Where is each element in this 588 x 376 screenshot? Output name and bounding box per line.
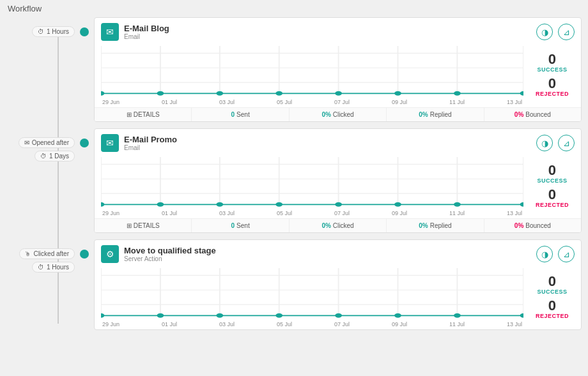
- click-icon: [25, 250, 31, 257]
- server-icon: ⚙: [101, 245, 119, 263]
- success-label: SUCCESS: [537, 66, 567, 73]
- clock-icon: [38, 28, 44, 35]
- success-number-2: 0: [537, 163, 567, 177]
- filter-button-3[interactable]: ⊿: [558, 246, 575, 262]
- chart-area-email-promo: 29 Jun 01 Jul 03 Jul 05 Jul 07 Jul 09 Ju…: [101, 157, 523, 214]
- rejected-stat-2: 0 REJECTED: [536, 188, 569, 208]
- card-actions-2: ◑ ⊿: [536, 135, 575, 151]
- card-actions-3: ◑ ⊿: [536, 246, 575, 262]
- step-circle-email-blog: [80, 27, 89, 36]
- chart-type-button-3[interactable]: ◑: [536, 246, 553, 262]
- step-left-move-stage: Clicked after 1 Hours: [6, 239, 80, 273]
- sent-value: 0: [231, 111, 235, 118]
- svg-point-17: [394, 91, 401, 96]
- footer-details-2[interactable]: DETAILS: [95, 219, 192, 232]
- clock-icon-3: [38, 264, 44, 271]
- email-icon-2: ✉: [101, 134, 119, 152]
- chart-area-email-blog: 29 Jun 01 Jul 03 Jul 05 Jul 07 Jul 09 Ju…: [101, 46, 523, 103]
- card-title: E-Mail Blog: [124, 24, 531, 33]
- rejected-stat-3: 0 REJECTED: [536, 299, 569, 319]
- card-title-3: Move to qualified stage: [124, 246, 531, 255]
- card-body-move-stage: 29 Jun 01 Jul 03 Jul 05 Jul 07 Jul 09 Ju…: [95, 268, 581, 329]
- card-footer-email-blog: DETAILS 0 Sent 0% Clicked 0% Replied: [95, 107, 581, 121]
- success-label-2: SUCCESS: [537, 177, 567, 184]
- svg-point-18: [454, 91, 461, 96]
- success-number: 0: [537, 52, 567, 66]
- card-email-blog: ✉ E-Mail Blog Email ◑ ⊿: [94, 17, 582, 122]
- card-footer-email-promo: DETAILS 0 Sent 0% Clicked 0% Replied: [95, 218, 581, 232]
- bounced-value-2: 0%: [514, 222, 523, 229]
- success-stat-2: 0 SUCCESS: [537, 163, 567, 184]
- card-header-email-blog: ✉ E-Mail Blog Email ◑ ⊿: [95, 18, 581, 46]
- card-title-2: E-Mail Promo: [124, 135, 531, 144]
- svg-point-32: [101, 202, 104, 207]
- open-icon: [24, 139, 29, 146]
- svg-point-19: [520, 91, 523, 96]
- filter-button[interactable]: ⊿: [558, 24, 575, 40]
- svg-point-58: [454, 313, 461, 318]
- stats-area-email-promo: 0 SUCCESS 0 REJECTED: [530, 163, 575, 208]
- footer-sent: 0 Sent: [192, 108, 289, 121]
- svg-point-35: [275, 202, 282, 207]
- svg-point-38: [454, 202, 461, 207]
- svg-point-16: [335, 91, 342, 96]
- rejected-number-3: 0: [536, 299, 569, 313]
- sent-value-2: 0: [231, 222, 235, 229]
- chart-labels-2: 29 Jun 01 Jul 03 Jul 05 Jul 07 Jul 09 Ju…: [101, 210, 523, 216]
- replied-value: 0%: [419, 111, 428, 118]
- svg-point-34: [216, 202, 223, 207]
- clock-icon-2: [40, 153, 47, 160]
- page-title: Workflow: [0, 0, 588, 17]
- card-title-area-3: Move to qualified stage Server Action: [124, 246, 531, 262]
- clicked-value: 0%: [321, 111, 330, 118]
- chart-svg-3: [101, 268, 523, 319]
- replied-value-2: 0%: [419, 222, 428, 229]
- card-body-email-blog: 29 Jun 01 Jul 03 Jul 05 Jul 07 Jul 09 Ju…: [95, 46, 581, 107]
- rejected-number-2: 0: [536, 188, 569, 202]
- email-icon: ✉: [101, 23, 119, 41]
- bounced-value: 0%: [514, 111, 523, 118]
- filter-button-2[interactable]: ⊿: [558, 135, 575, 151]
- footer-bounced: 0% Bounced: [484, 108, 581, 121]
- footer-clicked: 0% Clicked: [290, 108, 387, 121]
- rejected-number: 0: [536, 77, 569, 91]
- svg-point-52: [101, 313, 104, 318]
- step-badge-days: 1 Days: [35, 151, 75, 162]
- chart-svg-2: [101, 157, 523, 208]
- svg-point-15: [275, 91, 282, 96]
- details-label: DETAILS: [134, 111, 160, 118]
- footer-details[interactable]: DETAILS: [95, 108, 192, 121]
- svg-point-37: [394, 202, 401, 207]
- svg-point-53: [157, 313, 164, 318]
- svg-point-14: [216, 91, 223, 96]
- svg-point-12: [101, 91, 104, 96]
- card-subtitle-3: Server Action: [124, 255, 531, 262]
- stats-area-move-stage: 0 SUCCESS 0 REJECTED: [530, 274, 575, 319]
- svg-point-33: [157, 202, 164, 207]
- svg-point-54: [216, 313, 223, 318]
- card-email-promo: ✉ E-Mail Promo Email ◑ ⊿: [94, 128, 582, 233]
- card-move-stage: ⚙ Move to qualified stage Server Action …: [94, 239, 582, 330]
- chart-area-move-stage: 29 Jun 01 Jul 03 Jul 05 Jul 07 Jul 09 Ju…: [101, 268, 523, 326]
- workflow-step-email-promo: Opened after 1 Days ✉ E-Mail Promo Email…: [6, 128, 582, 233]
- card-title-area-2: E-Mail Promo Email: [124, 135, 531, 151]
- svg-point-55: [275, 313, 282, 318]
- success-number-3: 0: [537, 274, 567, 289]
- workflow-step-move-stage: Clicked after 1 Hours ⚙ Move to qualifie…: [6, 239, 582, 330]
- chart-type-button-2[interactable]: ◑: [536, 135, 553, 151]
- step-circle-email-promo: [80, 139, 89, 147]
- success-stat: 0 SUCCESS: [537, 52, 567, 73]
- rejected-label-2: REJECTED: [536, 202, 569, 208]
- details-icon: [127, 111, 132, 118]
- svg-point-39: [520, 202, 523, 207]
- chart-labels-3: 29 Jun 01 Jul 03 Jul 05 Jul 07 Jul 09 Ju…: [101, 321, 523, 327]
- page-wrapper: Workflow 1 Hours ✉ E-Mail Blog Email: [0, 0, 588, 343]
- footer-bounced-2: 0% Bounced: [484, 219, 581, 232]
- chart-type-button[interactable]: ◑: [536, 24, 553, 40]
- rejected-label-3: REJECTED: [536, 313, 569, 319]
- rejected-label: REJECTED: [536, 91, 569, 97]
- workflow-container: 1 Hours ✉ E-Mail Blog Email ◑ ⊿: [0, 17, 588, 343]
- step-badge-opened: Opened after: [19, 137, 75, 148]
- svg-point-57: [394, 313, 401, 318]
- chart-svg: [101, 46, 523, 97]
